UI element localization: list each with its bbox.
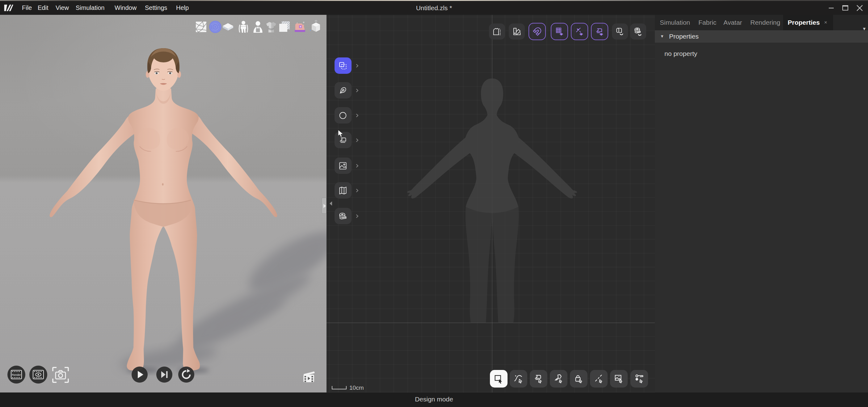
svg-text:Render: Render (12, 373, 21, 376)
